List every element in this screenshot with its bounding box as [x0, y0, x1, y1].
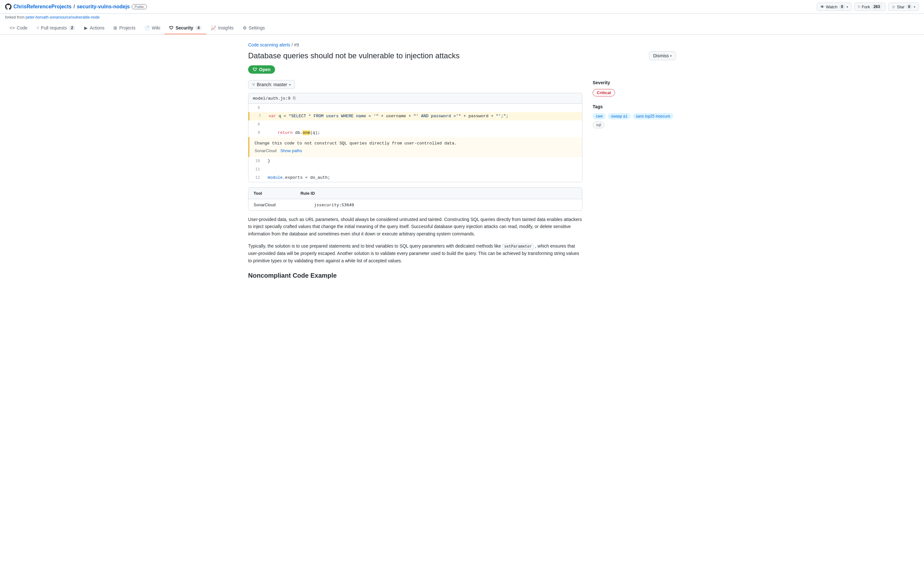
fork-label: Fork	[861, 5, 870, 9]
dismiss-dropdown-arrow[interactable]: ▾	[670, 54, 672, 58]
projects-icon: ⊞	[113, 25, 117, 30]
star-label: Star	[897, 5, 904, 9]
fork-icon: ⑂	[858, 5, 860, 9]
tag-sans[interactable]: sans top25 insecure	[633, 113, 673, 119]
owner-link[interactable]: ChrisReferenceProjects	[13, 4, 71, 10]
main-content: Code scanning alerts / #9 Database queri…	[238, 35, 686, 292]
open-badge: 🛡 Open	[248, 65, 275, 74]
star-icon: ☆	[892, 5, 896, 9]
tab-projects[interactable]: ⊞ Projects	[109, 22, 140, 34]
tab-security[interactable]: 🛡 Security 4	[165, 22, 206, 34]
status-label: Open	[259, 67, 271, 72]
actions-icon: ▶	[84, 25, 88, 30]
branch-dropdown-arrow[interactable]: ▾	[289, 83, 291, 86]
alert-message: Change this code to not construct SQL qu…	[248, 137, 582, 157]
sidebar-panel: Severity Critical Tags cwe owasp a1 sans…	[592, 80, 676, 136]
code-line: 12 module.exports = do_auth;	[248, 173, 582, 182]
inline-code: setParameter	[502, 244, 534, 249]
page-breadcrumb: Code scanning alerts / #9	[248, 42, 676, 48]
description-paragraph-1: User-provided data, such as URL paramete…	[248, 216, 582, 237]
star-dropdown-arrow[interactable]: ▾	[914, 5, 915, 9]
code-line: 8	[248, 120, 582, 129]
wiki-icon: 📄	[144, 25, 150, 30]
separator: /	[73, 4, 74, 10]
branch-label: Branch: master	[257, 82, 287, 87]
repo-link[interactable]: security-vulns-nodejs	[77, 4, 130, 10]
alert-message-text: Change this code to not construct SQL qu…	[254, 141, 577, 146]
shield-icon: 🛡	[252, 67, 257, 72]
star-button[interactable]: ☆ Star 0 ▾	[888, 3, 919, 11]
rule-id-value: jssecurity:S3649	[314, 202, 354, 207]
watch-dropdown-arrow[interactable]: ▾	[846, 5, 848, 9]
breadcrumb-parent-link[interactable]: Code scanning alerts	[248, 42, 290, 48]
branch-selector[interactable]: ⑂ Branch: master ▾	[248, 80, 295, 89]
repo-breadcrumb: ChrisReferenceProjects / security-vulns-…	[5, 3, 147, 10]
alert-source: SonarCloud	[254, 148, 277, 153]
severity-badge: Critical	[592, 89, 615, 96]
tag-owasp[interactable]: owasp a1	[608, 113, 630, 119]
content-layout: ⑂ Branch: master ▾ model/auth.js:9 ⎘ 6	[248, 80, 676, 284]
watch-label: Watch	[826, 5, 837, 9]
code-line-highlighted: 7 var q = "SELECT * FROM users WHERE nam…	[248, 112, 582, 120]
description-paragraph-2: Typically, the solution is to use prepar…	[248, 243, 582, 264]
alert-actions: SonarCloud Show paths	[254, 148, 577, 153]
tool-value: SonarCloud	[254, 202, 276, 207]
forked-from-link[interactable]: peter-horvath-sonarsource/vulnerable-nod…	[26, 15, 99, 20]
tool-table-row: SonarCloud jssecurity:S3649	[248, 199, 582, 210]
code-line: 6	[248, 104, 582, 112]
code-body: 6 7 var q = "SELECT * FROM users WHERE n…	[248, 104, 582, 182]
branch-icon: ⑂	[252, 82, 255, 87]
security-icon: 🛡	[169, 25, 173, 30]
tags-list: cwe owasp a1 sans top25 insecure sql	[592, 113, 676, 129]
eye-icon: 👁	[820, 5, 825, 9]
tag-cwe[interactable]: cwe	[592, 113, 606, 119]
forked-from: forked from peter-horvath-sonarsource/vu…	[0, 14, 924, 20]
dismiss-button[interactable]: Dismiss ▾	[649, 51, 676, 60]
tab-pull-requests[interactable]: ⑂ Pull requests 2	[32, 22, 80, 34]
code-line: 11	[248, 165, 582, 173]
show-paths-button[interactable]: Show paths	[280, 148, 302, 153]
code-line: 10 }	[248, 157, 582, 165]
tool-table-header: Tool Rule ID	[248, 188, 582, 199]
breadcrumb-current: #9	[294, 42, 299, 48]
rule-id-header: Rule ID	[300, 191, 315, 196]
severity-title: Severity	[592, 80, 676, 85]
top-bar: ChrisReferenceProjects / security-vulns-…	[0, 0, 924, 14]
tool-header: Tool	[254, 191, 262, 196]
severity-section: Severity Critical	[592, 80, 676, 96]
alert-title: Database queries should not be vulnerabl…	[248, 51, 649, 60]
github-icon	[5, 3, 12, 10]
tab-code[interactable]: <> Code	[5, 22, 32, 34]
copy-icon[interactable]: ⎘	[293, 96, 295, 101]
tab-nav: <> Code ⑂ Pull requests 2 ▶ Actions ⊞ Pr…	[0, 22, 924, 35]
noncompliant-section-title: Noncompliant Code Example	[248, 272, 582, 279]
security-count: 4	[195, 25, 202, 30]
tab-insights[interactable]: 📈 Insights	[206, 22, 238, 34]
pull-requests-count: 2	[69, 25, 76, 30]
main-panel: ⑂ Branch: master ▾ model/auth.js:9 ⎘ 6	[248, 80, 582, 284]
public-badge: Public	[132, 4, 147, 9]
watch-button[interactable]: 👁 Watch 0 ▾	[817, 3, 851, 11]
code-line: 9 return db.one(q);	[248, 129, 582, 137]
tab-settings[interactable]: ⚙ Settings	[238, 22, 270, 34]
code-panel: model/auth.js:9 ⎘ 6 7 var q = "SELECT * …	[248, 93, 582, 182]
tag-sql[interactable]: sql	[592, 121, 604, 129]
fork-button[interactable]: ⑂ Fork 263	[854, 3, 886, 11]
tags-title: Tags	[592, 104, 676, 109]
settings-icon: ⚙	[243, 25, 247, 30]
code-icon: <>	[10, 25, 15, 30]
alert-header: Database queries should not be vulnerabl…	[248, 51, 676, 60]
tool-table: Tool Rule ID SonarCloud jssecurity:S3649	[248, 187, 582, 211]
fork-count-badge: 263	[871, 4, 882, 9]
top-bar-right: 👁 Watch 0 ▾ ⑂ Fork 263 ☆ Star 0 ▾	[817, 3, 919, 11]
star-count-badge: 0	[906, 4, 912, 9]
tab-actions[interactable]: ▶ Actions	[80, 22, 109, 34]
filename: model/auth.js:9	[253, 96, 290, 101]
pull-request-icon: ⑂	[36, 25, 39, 30]
tab-wiki[interactable]: 📄 Wiki	[140, 22, 165, 34]
tags-section: Tags cwe owasp a1 sans top25 insecure sq…	[592, 104, 676, 129]
insights-icon: 📈	[211, 25, 216, 30]
code-file-header: model/auth.js:9 ⎘	[248, 93, 582, 104]
watch-count-badge: 0	[839, 4, 846, 9]
